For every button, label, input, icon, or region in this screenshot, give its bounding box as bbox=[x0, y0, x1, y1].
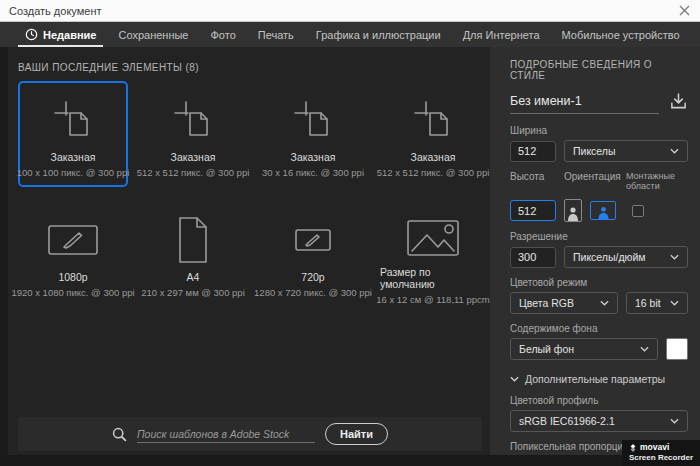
recent-item-name: A4 bbox=[187, 271, 200, 283]
chevron-down-icon bbox=[670, 254, 679, 260]
stock-search-bar: Найти bbox=[18, 417, 482, 451]
recent-item-custom-30x16[interactable]: Заказная 30 x 16 пикс. @ 300 ppi bbox=[258, 81, 368, 187]
recent-item-size: 1280 x 720 пикс. @ 300 ppi bbox=[254, 287, 372, 298]
recent-item-name: Заказная bbox=[411, 151, 456, 163]
tab-saved[interactable]: Сохраненные bbox=[107, 22, 199, 47]
titlebar: Создать документ bbox=[0, 0, 700, 22]
artboards-checkbox[interactable] bbox=[632, 205, 644, 217]
height-input[interactable] bbox=[510, 200, 556, 221]
tab-print[interactable]: Печать bbox=[247, 22, 305, 47]
custom-doc-icon bbox=[52, 91, 94, 149]
search-icon bbox=[112, 427, 127, 442]
recent-item-1080p[interactable]: 1080p 1920 x 1080 пикс. @ 300 ppi bbox=[18, 201, 128, 307]
recent-item-name: Размер по умолчанию bbox=[380, 266, 486, 290]
recent-panel: ВАШИ ПОСЛЕДНИЕ ЭЛЕМЕНТЫ (8) Заказная 100… bbox=[0, 47, 490, 455]
recent-item-default-size[interactable]: Размер по умолчанию 16 x 12 см @ 118,11 … bbox=[378, 201, 488, 307]
image-icon bbox=[406, 211, 460, 264]
tab-recent[interactable]: Недавние bbox=[14, 22, 107, 47]
artboards-label: Монтажные области bbox=[626, 171, 688, 191]
tab-film-video[interactable]: Фильмы и видео bbox=[691, 22, 700, 47]
recent-item-size: 210 x 297 мм @ 300 ppi bbox=[141, 287, 245, 298]
chevron-down-icon bbox=[510, 376, 519, 382]
width-unit-select[interactable]: Пикселы bbox=[564, 140, 688, 162]
chevron-down-icon bbox=[670, 300, 679, 306]
recent-item-720p[interactable]: 720p 1280 x 720 пикс. @ 300 ppi bbox=[258, 201, 368, 307]
dialog-bottom-edge bbox=[0, 455, 700, 466]
recent-item-size: 100 x 100 пикс. @ 300 ppi bbox=[17, 167, 130, 178]
close-icon[interactable] bbox=[677, 4, 691, 18]
movavi-watermark: movavi Screen Recorder bbox=[622, 440, 700, 466]
save-preset-icon[interactable] bbox=[669, 92, 688, 114]
height-label: Высота bbox=[510, 171, 564, 191]
tab-photo[interactable]: Фото bbox=[200, 22, 247, 47]
chevron-down-icon bbox=[670, 418, 679, 424]
recent-item-custom-512x512-b[interactable]: Заказная 512 x 512 пикс. @ 300 ppi bbox=[378, 81, 488, 187]
orientation-label: Ориентация bbox=[564, 171, 626, 191]
recent-item-custom-100x100[interactable]: Заказная 100 x 100 пикс. @ 300 ppi bbox=[18, 81, 128, 187]
color-mode-select[interactable]: Цвета RGB bbox=[510, 292, 618, 314]
color-mode-label: Цветовой режим bbox=[510, 277, 688, 288]
recent-grid: Заказная 100 x 100 пикс. @ 300 ppi Заказ… bbox=[18, 81, 488, 307]
width-label: Ширина bbox=[510, 125, 688, 136]
recent-item-name: Заказная bbox=[171, 151, 216, 163]
width-input[interactable] bbox=[510, 141, 556, 162]
custom-doc-icon bbox=[412, 91, 454, 149]
resolution-label: Разрешение bbox=[510, 231, 688, 242]
background-label: Содержимое фона bbox=[510, 323, 688, 334]
resolution-input[interactable] bbox=[510, 247, 556, 268]
tab-web[interactable]: Для Интернета bbox=[452, 22, 551, 47]
resolution-unit-select[interactable]: Пикселы/дюйм bbox=[564, 246, 688, 268]
chevron-down-icon bbox=[670, 148, 679, 154]
recent-item-size: 1920 x 1080 пикс. @ 300 ppi bbox=[11, 287, 134, 298]
artboard-brush-icon bbox=[47, 211, 99, 269]
recent-item-a4[interactable]: A4 210 x 297 мм @ 300 ppi bbox=[138, 201, 248, 307]
tabbar: Недавние Сохраненные Фото Печать Графика… bbox=[0, 22, 700, 47]
orientation-portrait-icon[interactable] bbox=[564, 199, 582, 222]
new-document-dialog: Создать документ Недавние Сохраненные Фо… bbox=[0, 0, 700, 466]
chevron-down-icon bbox=[600, 300, 609, 306]
window-title: Создать документ bbox=[9, 5, 102, 17]
advanced-options-toggle[interactable]: Дополнительные параметры bbox=[510, 373, 688, 385]
recent-item-name: Заказная bbox=[51, 151, 96, 163]
recent-item-size: 30 x 16 пикс. @ 300 ppi bbox=[262, 167, 364, 178]
color-profile-label: Цветовой профиль bbox=[510, 395, 688, 406]
orientation-landscape-icon[interactable] bbox=[590, 201, 616, 220]
recent-header: ВАШИ ПОСЛЕДНИЕ ЭЛЕМЕНТЫ (8) bbox=[18, 62, 490, 73]
color-profile-select[interactable]: sRGB IEC61966-2.1 bbox=[510, 410, 688, 432]
recent-item-custom-512x512-a[interactable]: Заказная 512 x 512 пикс. @ 300 ppi bbox=[138, 81, 248, 187]
recent-item-name: Заказная bbox=[291, 151, 336, 163]
tab-art-illustration[interactable]: Графика и иллюстрации bbox=[305, 22, 452, 47]
bit-depth-select[interactable]: 16 bit bbox=[626, 292, 688, 314]
custom-doc-icon bbox=[172, 91, 214, 149]
chevron-down-icon bbox=[640, 346, 649, 352]
document-icon bbox=[175, 211, 211, 269]
recent-item-size: 512 x 512 пикс. @ 300 ppi bbox=[137, 167, 250, 178]
background-color-swatch[interactable] bbox=[666, 338, 688, 360]
recent-item-size: 512 x 512 пикс. @ 300 ppi bbox=[377, 167, 490, 178]
recent-item-name: 720p bbox=[301, 271, 324, 283]
tab-mobile[interactable]: Мобильное устройство bbox=[551, 22, 691, 47]
clock-icon bbox=[25, 28, 38, 41]
background-select[interactable]: Белый фон bbox=[510, 338, 658, 360]
recent-item-size: 16 x 12 см @ 118,11 ppcm bbox=[376, 294, 490, 305]
find-button[interactable]: Найти bbox=[325, 423, 388, 445]
recent-item-name: 1080p bbox=[58, 271, 87, 283]
preset-details-panel: ПОДРОБНЫЕ СВЕДЕНИЯ О СТИЛЕ Без имени-1 Ш… bbox=[490, 47, 700, 455]
preset-details-header: ПОДРОБНЫЕ СВЕДЕНИЯ О СТИЛЕ bbox=[510, 59, 688, 81]
movavi-logo-icon bbox=[629, 444, 637, 452]
document-name-field[interactable]: Без имени-1 bbox=[510, 94, 659, 114]
artboard-brush-icon bbox=[294, 211, 332, 269]
custom-doc-icon bbox=[292, 91, 334, 149]
stock-search-input[interactable] bbox=[137, 426, 315, 443]
